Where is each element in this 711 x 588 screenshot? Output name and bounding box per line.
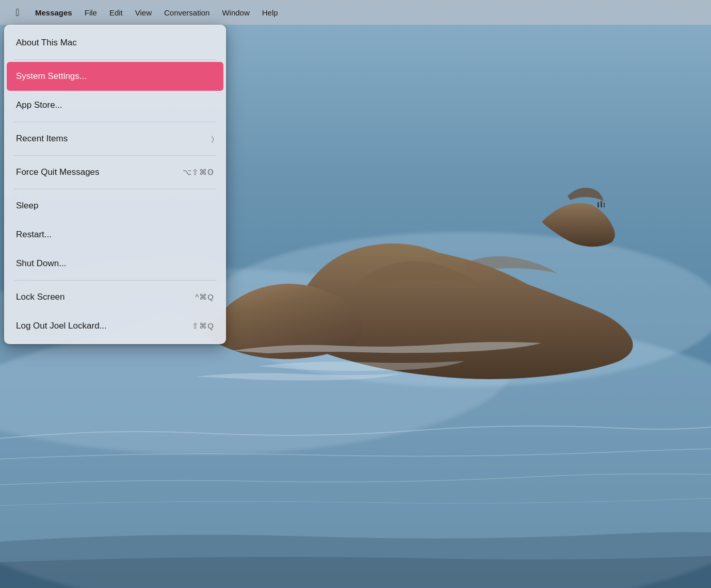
menubar-conversation[interactable]: Conversation (158, 0, 216, 25)
svg-rect-5 (601, 201, 602, 207)
menu-item-restart[interactable]: Restart... (7, 220, 223, 249)
menu-item-app-store[interactable]: App Store... (7, 91, 223, 120)
menu-separator-3 (14, 155, 216, 156)
menu-separator-1 (14, 59, 216, 60)
menubar-view[interactable]: View (129, 0, 158, 25)
lock-screen-shortcut: ^⌘Q (195, 292, 214, 302)
menubar:  Messages File Edit View Conversation W… (0, 0, 711, 25)
menubar-messages[interactable]: Messages (29, 0, 78, 25)
menu-item-force-quit[interactable]: Force Quit Messages ⌥⇧⌘ʘ (7, 158, 223, 187)
chevron-right-icon: 〉 (212, 135, 214, 143)
menu-item-recent-items[interactable]: Recent Items 〉 (7, 124, 223, 153)
menu-item-lock-screen[interactable]: Lock Screen ^⌘Q (7, 283, 223, 312)
menu-separator-5 (14, 280, 216, 281)
menubar-help[interactable]: Help (256, 0, 284, 25)
logout-shortcut: ⇧⌘Q (192, 321, 214, 331)
menu-item-sleep[interactable]: Sleep (7, 191, 223, 220)
menubar-window[interactable]: Window (216, 0, 255, 25)
menu-separator-4 (14, 189, 216, 189)
menubar-edit[interactable]: Edit (103, 0, 129, 25)
apple-menu-dropdown: About This Mac System Settings... App St… (4, 25, 226, 344)
apple-menu-button[interactable]:  (6, 0, 29, 25)
menu-item-about[interactable]: About This Mac (7, 28, 223, 57)
svg-rect-4 (597, 202, 599, 207)
menu-item-system-settings[interactable]: System Settings... (7, 62, 223, 91)
menu-separator-2 (14, 122, 216, 122)
force-quit-shortcut: ⌥⇧⌘ʘ (183, 168, 214, 177)
menubar-file[interactable]: File (78, 0, 103, 25)
svg-rect-6 (604, 203, 605, 207)
apple-logo-icon:  (15, 7, 19, 19)
menu-item-shutdown[interactable]: Shut Down... (7, 249, 223, 278)
menu-item-logout[interactable]: Log Out Joel Lockard... ⇧⌘Q (7, 312, 223, 340)
